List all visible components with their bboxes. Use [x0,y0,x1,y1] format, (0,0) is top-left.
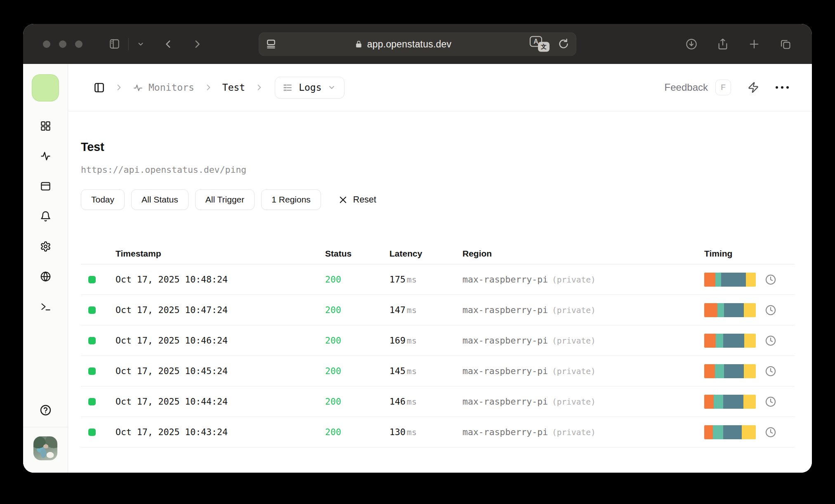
sidebar-item-cli[interactable] [40,301,51,312]
sidebar-item-settings[interactable] [40,241,51,252]
status-ok-indicator [88,398,96,405]
column-header-region: Region [462,249,704,259]
feedback-button[interactable]: Feedback F [665,80,731,95]
forward-button[interactable] [191,39,202,49]
sidebar-item-dashboard[interactable] [40,120,51,132]
cell-latency: 146 [389,396,406,407]
feedback-shortcut-badge: F [715,80,731,95]
table-row[interactable]: Oct 17, 2025 10:45:24 200 145ms max-rasp… [81,356,795,386]
sidebar-item-domains[interactable] [40,271,51,282]
new-tab-icon[interactable] [748,38,760,50]
reset-label: Reset [353,195,376,205]
address-bar[interactable]: app.openstatus.dev A 文 [259,32,576,56]
more-options-button[interactable] [776,86,789,89]
cell-region-note: (private) [552,275,596,285]
monitor-endpoint-url: https://api.openstatus.dev/ping [81,165,812,175]
status-ok-indicator [88,429,96,436]
x-icon [338,195,348,205]
zoom-window-button[interactable] [75,40,83,48]
breadcrumb-monitors[interactable]: Monitors [133,82,194,93]
titlebar-separator [128,38,129,50]
table-row[interactable]: Oct 17, 2025 10:48:24 200 175ms max-rasp… [81,264,795,295]
clock-icon [765,335,776,346]
reload-icon[interactable] [558,38,569,50]
filter-status[interactable]: All Status [131,189,189,210]
sidebar-item-status-pages[interactable] [40,181,51,192]
status-ok-indicator [88,276,96,283]
cell-region: max-raspberry-pi [462,396,548,407]
filter-regions[interactable]: 1 Regions [261,189,321,210]
view-selector-logs[interactable]: Logs [275,77,344,99]
cell-region-note: (private) [552,306,596,315]
downloads-icon[interactable] [686,38,697,50]
cell-region-note: (private) [552,367,596,376]
cell-timestamp: Oct 17, 2025 10:46:24 [116,335,325,346]
cell-timestamp: Oct 17, 2025 10:48:24 [116,274,325,285]
latency-unit: ms [407,366,417,376]
chevron-down-icon [328,83,336,92]
cell-region: max-raspberry-pi [462,335,548,346]
chevron-right-icon [204,83,212,92]
cell-latency: 169 [389,335,406,346]
clock-icon [765,396,776,407]
cell-region-note: (private) [552,336,596,346]
breadcrumb-monitor-name[interactable]: Test [222,82,245,93]
timing-bar [704,334,756,348]
cell-latency: 147 [389,305,406,315]
table-header-row: Timestamp Status Latency Region Timing [81,243,795,264]
page-content: Test https://api.openstatus.dev/ping Tod… [68,111,812,473]
filter-date[interactable]: Today [81,189,125,210]
column-header-status: Status [325,249,389,259]
cell-status: 200 [325,274,389,285]
back-button[interactable] [163,39,174,49]
workspace-logo[interactable] [32,74,59,101]
table-row[interactable]: Oct 17, 2025 10:43:24 200 130ms max-rasp… [81,417,795,447]
share-icon[interactable] [717,38,729,50]
sidebar-item-monitors[interactable] [40,151,51,162]
table-row[interactable]: Oct 17, 2025 10:47:24 200 147ms max-rasp… [81,295,795,325]
timing-bar [704,303,756,317]
clock-icon [765,426,776,438]
cell-latency: 145 [389,366,406,376]
breadcrumb: Monitors Test Logs [94,77,344,99]
page-title: Test [81,140,812,154]
app-sidebar [23,64,68,473]
cell-region: max-raspberry-pi [462,366,548,376]
user-avatar[interactable] [33,436,57,460]
cell-region-note: (private) [552,428,596,437]
page-menu-icon[interactable] [266,39,276,49]
filter-trigger[interactable]: All Trigger [195,189,255,210]
status-ok-indicator [88,337,96,344]
address-text: app.openstatus.dev [367,38,451,49]
zap-icon[interactable] [748,82,759,93]
logs-table: Timestamp Status Latency Region Timing O… [81,243,795,447]
cell-timestamp: Oct 17, 2025 10:45:24 [116,366,325,376]
lock-icon [355,40,363,48]
sidebar-toggle-icon[interactable] [109,38,120,49]
cell-status: 200 [325,305,389,315]
reset-filters-button[interactable]: Reset [338,195,376,205]
cell-status: 200 [325,396,389,407]
cell-region: max-raspberry-pi [462,274,548,285]
column-header-latency: Latency [389,249,462,259]
table-row[interactable]: Oct 17, 2025 10:44:24 200 146ms max-rasp… [81,386,795,417]
tab-overview-icon[interactable] [780,38,791,50]
list-icon [283,82,293,93]
tab-group-chevron-icon[interactable] [137,40,144,48]
cell-latency: 175 [389,274,406,285]
help-button[interactable] [40,404,52,416]
chevron-right-icon [115,83,123,92]
feedback-label: Feedback [665,82,708,93]
timing-bar [704,273,756,287]
cell-region: max-raspberry-pi [462,427,548,437]
panel-toggle-icon[interactable] [94,82,105,93]
latency-unit: ms [407,427,417,437]
sidebar-item-notifications[interactable] [40,211,51,222]
status-ok-indicator [88,367,96,375]
translate-icon[interactable]: A 文 [530,36,550,52]
table-row[interactable]: Oct 17, 2025 10:46:24 200 169ms max-rasp… [81,325,795,356]
column-header-timestamp: Timestamp [116,249,325,259]
close-window-button[interactable] [43,40,50,48]
clock-icon [765,274,776,285]
minimize-window-button[interactable] [59,40,66,48]
